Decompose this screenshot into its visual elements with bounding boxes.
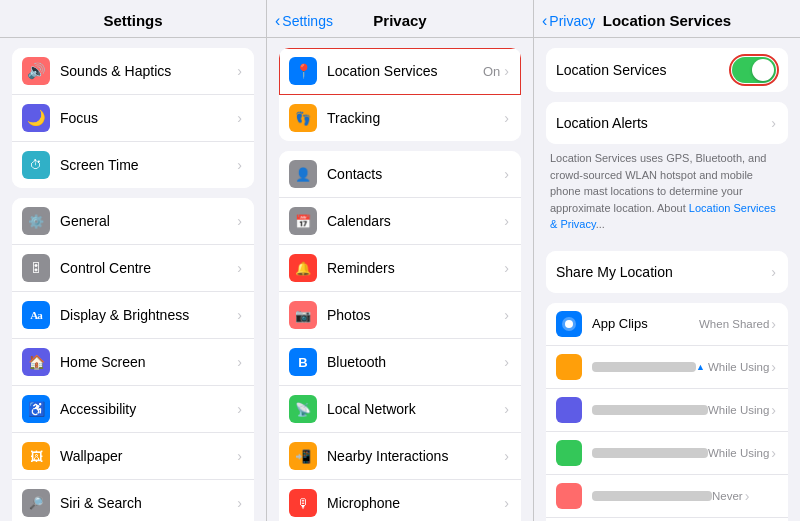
row-accessibility[interactable]: ♿ Accessibility ›: [12, 386, 254, 433]
calendars-icon: 📅: [289, 207, 317, 235]
location-content: Location Services Location Alerts › Loca…: [534, 38, 800, 521]
row-control-centre[interactable]: 🎛 Control Centre ›: [12, 245, 254, 292]
tracking-label: Tracking: [327, 110, 504, 126]
row-siri[interactable]: 🔎 Siri & Search ›: [12, 480, 254, 521]
location-services-toggle[interactable]: [732, 57, 776, 83]
row-location-alerts[interactable]: Location Alerts ›: [546, 102, 788, 144]
bluetooth-chevron: ›: [504, 354, 509, 370]
app-3-icon: [556, 440, 582, 466]
location-panel: ‹ Privacy Location Services Location Ser…: [534, 0, 800, 521]
control-centre-icon: 🎛: [22, 254, 50, 282]
accessibility-chevron: ›: [237, 401, 242, 417]
location-alerts-group: Location Alerts ›: [546, 102, 788, 144]
reminders-icon: 🔔: [289, 254, 317, 282]
location-title: Location Services: [603, 12, 731, 29]
app-clips-name: App Clips: [592, 316, 699, 331]
photos-label: Photos: [327, 307, 504, 323]
row-focus[interactable]: 🌙 Focus ›: [12, 95, 254, 142]
row-calendars[interactable]: 📅 Calendars ›: [279, 198, 521, 245]
location-description: Location Services uses GPS, Bluetooth, a…: [534, 144, 800, 241]
focus-chevron: ›: [237, 110, 242, 126]
app-1-name: [592, 362, 696, 372]
row-general[interactable]: ⚙️ General ›: [12, 198, 254, 245]
row-screen-time[interactable]: ⏱ Screen Time ›: [12, 142, 254, 188]
microphone-chevron: ›: [504, 495, 509, 511]
local-network-chevron: ›: [504, 401, 509, 417]
app-3-name: [592, 448, 708, 458]
location-services-value: On: [483, 64, 500, 79]
row-location-toggle: Location Services: [546, 48, 788, 92]
wallpaper-label: Wallpaper: [60, 448, 237, 464]
location-back-label: Privacy: [549, 13, 595, 29]
row-display[interactable]: Aa Display & Brightness ›: [12, 292, 254, 339]
siri-chevron: ›: [237, 495, 242, 511]
row-microphone[interactable]: 🎙 Microphone ›: [279, 480, 521, 521]
location-alerts-chevron: ›: [771, 115, 776, 131]
row-home-screen[interactable]: 🏠 Home Screen ›: [12, 339, 254, 386]
row-sounds[interactable]: 🔊 Sounds & Haptics ›: [12, 48, 254, 95]
settings-title: Settings: [103, 12, 162, 29]
photos-icon: 📷: [289, 301, 317, 329]
settings-group-1: 🔊 Sounds & Haptics › 🌙 Focus › ⏱ Screen …: [12, 48, 254, 188]
row-share-location[interactable]: Share My Location ›: [546, 251, 788, 293]
control-centre-chevron: ›: [237, 260, 242, 276]
contacts-icon: 👤: [289, 160, 317, 188]
row-reminders[interactable]: 🔔 Reminders ›: [279, 245, 521, 292]
contacts-chevron: ›: [504, 166, 509, 182]
row-local-network[interactable]: 📡 Local Network ›: [279, 386, 521, 433]
privacy-section-1: 📍 Location Services On › 👣 Tracking ›: [267, 48, 533, 141]
photos-chevron: ›: [504, 307, 509, 323]
location-back-button[interactable]: ‹ Privacy: [542, 12, 595, 30]
focus-label: Focus: [60, 110, 237, 126]
app-2-chevron: ›: [771, 402, 776, 418]
row-bluetooth[interactable]: B Bluetooth ›: [279, 339, 521, 386]
location-services-icon: 📍: [289, 57, 317, 85]
location-services-link[interactable]: Location Services & Privacy: [550, 202, 776, 231]
settings-group-2: ⚙️ General › 🎛 Control Centre › Aa Displ…: [12, 198, 254, 521]
privacy-group-1: 📍 Location Services On › 👣 Tracking ›: [279, 48, 521, 141]
privacy-section-2: 👤 Contacts › 📅 Calendars › 🔔 Reminders ›…: [267, 151, 533, 521]
general-chevron: ›: [237, 213, 242, 229]
screen-time-icon: ⏱: [22, 151, 50, 179]
row-location-services[interactable]: 📍 Location Services On ›: [279, 48, 521, 95]
privacy-back-button[interactable]: ‹ Settings: [275, 12, 333, 30]
app-clips-icon: [556, 311, 582, 337]
privacy-panel: ‹ Settings Privacy 📍 Location Services O…: [267, 0, 534, 521]
row-tracking[interactable]: 👣 Tracking ›: [279, 95, 521, 141]
location-header: ‹ Privacy Location Services: [534, 0, 800, 38]
app-row-app-clips[interactable]: App Clips When Shared ›: [546, 303, 788, 346]
app-2-status: While Using: [708, 404, 769, 416]
tracking-chevron: ›: [504, 110, 509, 126]
privacy-header: ‹ Settings Privacy: [267, 0, 533, 38]
app-row-1[interactable]: ▲ While Using ›: [546, 346, 788, 389]
app-row-3[interactable]: While Using ›: [546, 432, 788, 475]
app-4-name: [592, 491, 712, 501]
back-chevron-icon: ‹: [275, 12, 280, 30]
share-location-chevron: ›: [771, 264, 776, 280]
microphone-icon: 🎙: [289, 489, 317, 517]
app-1-status: ▲ While Using: [696, 361, 769, 373]
app-row-5[interactable]: When Shared ›: [546, 518, 788, 522]
app-row-2[interactable]: While Using ›: [546, 389, 788, 432]
app-2-icon: [556, 397, 582, 423]
settings-section-2: ⚙️ General › 🎛 Control Centre › Aa Displ…: [0, 198, 266, 521]
settings-header: Settings: [0, 0, 266, 38]
local-network-label: Local Network: [327, 401, 504, 417]
microphone-label: Microphone: [327, 495, 504, 511]
nearby-label: Nearby Interactions: [327, 448, 504, 464]
reminders-label: Reminders: [327, 260, 504, 276]
row-contacts[interactable]: 👤 Contacts ›: [279, 151, 521, 198]
row-photos[interactable]: 📷 Photos ›: [279, 292, 521, 339]
app-4-icon: [556, 483, 582, 509]
row-wallpaper[interactable]: 🖼 Wallpaper ›: [12, 433, 254, 480]
accessibility-icon: ♿: [22, 395, 50, 423]
wallpaper-chevron: ›: [237, 448, 242, 464]
location-toggle-group: Location Services: [546, 48, 788, 92]
row-nearby[interactable]: 📲 Nearby Interactions ›: [279, 433, 521, 480]
app-row-4[interactable]: Never ›: [546, 475, 788, 518]
share-location-group: Share My Location ›: [546, 251, 788, 293]
tracking-icon: 👣: [289, 104, 317, 132]
display-label: Display & Brightness: [60, 307, 237, 323]
siri-label: Siri & Search: [60, 495, 237, 511]
contacts-label: Contacts: [327, 166, 504, 182]
